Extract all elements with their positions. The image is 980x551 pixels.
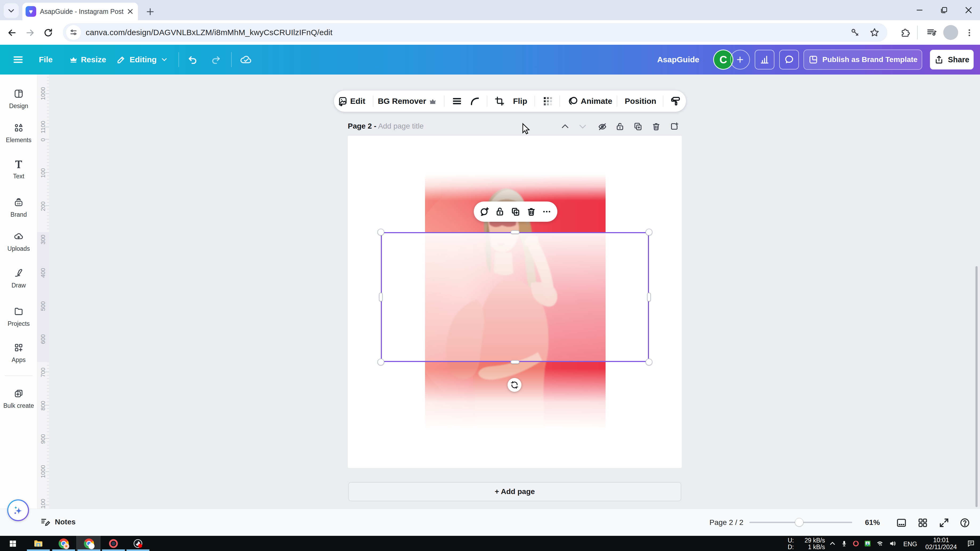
svg-text:co: co <box>17 202 21 205</box>
